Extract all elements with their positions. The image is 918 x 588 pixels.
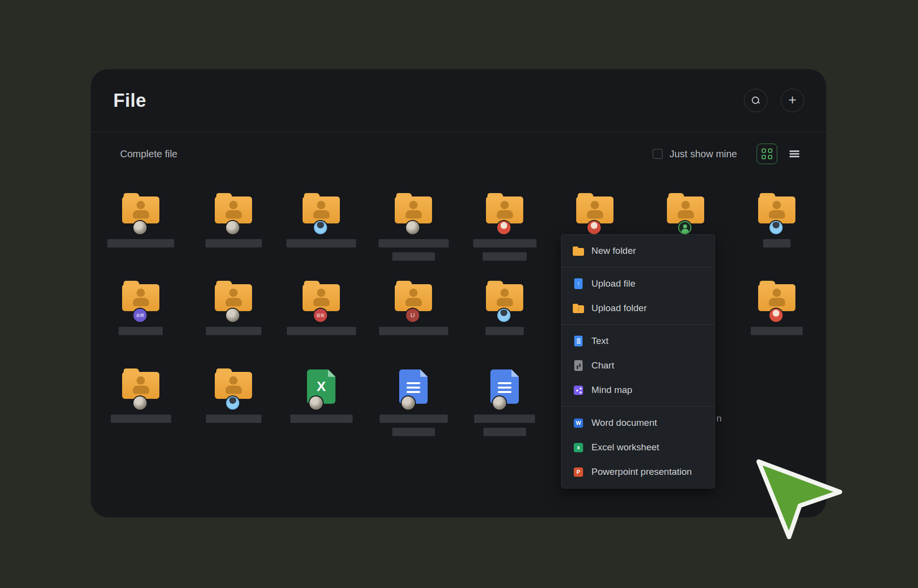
- word-icon: W: [572, 417, 585, 429]
- file-name-placeholder: [379, 239, 449, 247]
- file-name-placeholder: [485, 327, 524, 335]
- file-name-placeholder: [763, 239, 790, 247]
- file-name-placeholder: [287, 327, 356, 335]
- owner-avatar: [678, 221, 691, 234]
- file-name-placeholder: [206, 415, 261, 423]
- folder-file-icon: [576, 193, 613, 231]
- file-item[interactable]: [196, 193, 271, 247]
- file-name-placeholder: [379, 327, 448, 335]
- file-name-placeholder: [380, 415, 448, 423]
- menu-group: WWord documentxExcel worksheetPPowerpoin…: [561, 407, 714, 488]
- owner-avatar: [133, 221, 147, 234]
- folder-file-icon: 提短: [303, 281, 340, 319]
- owner-avatar: [402, 396, 415, 410]
- folder-file-icon: [215, 193, 252, 231]
- file-item[interactable]: [284, 193, 358, 247]
- mindmap-icon: [572, 384, 585, 396]
- menu-item-word-document[interactable]: WWord document: [561, 411, 714, 435]
- folder-file-icon: 志程: [122, 281, 159, 319]
- file-item[interactable]: [558, 193, 632, 231]
- owner-avatar: 志程: [133, 309, 147, 322]
- file-item[interactable]: [467, 281, 542, 335]
- file-name-placeholder: [484, 428, 526, 436]
- folder-file-icon: [486, 281, 523, 319]
- file-item[interactable]: 志程: [103, 281, 178, 335]
- menu-item-label: Powerpoint presentation: [591, 466, 692, 477]
- folder-file-icon: [758, 281, 795, 319]
- file-grid: 志程提短LIX: [91, 69, 826, 517]
- folder-file-icon: [122, 368, 159, 407]
- owner-avatar: [497, 309, 510, 322]
- folder-file-icon: [758, 193, 795, 231]
- file-item[interactable]: [196, 368, 271, 423]
- file-name-placeholder: [206, 327, 261, 335]
- menu-item-label: Word document: [591, 417, 657, 428]
- excel-icon: x: [572, 441, 585, 454]
- menu-item-powerpoint-presentation[interactable]: PPowerpoint presentation: [561, 460, 714, 484]
- menu-item-label: Excel worksheet: [591, 442, 659, 453]
- menu-group: New folder: [561, 235, 714, 267]
- doc-file-icon: [490, 368, 519, 407]
- file-item[interactable]: LI: [376, 281, 451, 335]
- file-name-placeholder: [392, 252, 435, 261]
- menu-item-mind-map[interactable]: Mind map: [561, 378, 714, 402]
- menu-item-upload-file[interactable]: ↑Upload file: [561, 271, 714, 296]
- upload-file-icon: ↑: [572, 278, 585, 290]
- file-name-placeholder: [483, 252, 527, 261]
- menu-group: ↑Upload file↑Upload folder: [561, 268, 714, 324]
- owner-avatar: LI: [406, 309, 419, 322]
- file-name-placeholder: [392, 428, 435, 436]
- file-item[interactable]: 提短: [284, 281, 358, 335]
- text-file-icon: [572, 335, 585, 347]
- file-name-placeholder: [111, 415, 171, 423]
- file-item[interactable]: [376, 193, 451, 261]
- file-name-placeholder: [205, 239, 262, 247]
- owner-avatar: [314, 221, 327, 234]
- owner-avatar: 提短: [314, 309, 327, 322]
- owner-avatar: [226, 221, 239, 234]
- owner-avatar: [769, 221, 783, 234]
- menu-item-label: Upload file: [591, 278, 636, 289]
- folder-file-icon: [215, 368, 252, 407]
- menu-item-upload-folder[interactable]: ↑Upload folder: [561, 296, 714, 320]
- new-file-context-menu: New folder↑Upload file↑Upload folderText…: [561, 234, 715, 489]
- occluded-filename-fragment: n: [716, 413, 722, 424]
- file-item[interactable]: [467, 368, 542, 436]
- owner-avatar: [226, 396, 239, 410]
- owner-avatar: [587, 221, 601, 234]
- file-name-placeholder: [286, 239, 356, 247]
- menu-item-new-folder[interactable]: New folder: [561, 239, 714, 263]
- cursor-arrow-icon: [753, 455, 851, 545]
- menu-item-excel-worksheet[interactable]: xExcel worksheet: [561, 435, 714, 460]
- folder-icon: [572, 245, 585, 257]
- file-item[interactable]: [648, 193, 723, 231]
- owner-avatar: [406, 221, 419, 234]
- file-item[interactable]: [103, 368, 178, 423]
- file-item[interactable]: [376, 368, 451, 436]
- file-name-placeholder: [474, 415, 535, 423]
- owner-avatar: [769, 309, 783, 322]
- upload-folder-icon: ↑: [572, 302, 585, 315]
- folder-file-icon: [122, 193, 159, 231]
- file-item[interactable]: [740, 281, 814, 335]
- menu-item-text[interactable]: Text: [561, 329, 714, 353]
- folder-file-icon: [303, 193, 340, 231]
- file-name-placeholder: [473, 239, 536, 247]
- file-item[interactable]: [740, 193, 814, 247]
- file-item[interactable]: X: [284, 368, 358, 423]
- owner-avatar: [226, 309, 239, 322]
- folder-file-icon: [395, 193, 432, 231]
- menu-item-chart[interactable]: Chart: [561, 353, 714, 378]
- menu-item-label: Chart: [591, 360, 614, 371]
- file-name-placeholder: [119, 327, 163, 335]
- file-item[interactable]: [196, 281, 271, 335]
- file-manager-window: File + Complete file Just show mine: [91, 69, 826, 517]
- file-name-placeholder: [290, 415, 353, 423]
- file-item[interactable]: [467, 193, 542, 261]
- menu-item-label: Mind map: [591, 385, 632, 395]
- folder-file-icon: [215, 281, 252, 319]
- file-item[interactable]: [103, 193, 178, 247]
- file-name-placeholder: [751, 327, 803, 335]
- owner-avatar: [133, 396, 147, 410]
- desktop-background: File + Complete file Just show mine: [0, 0, 918, 588]
